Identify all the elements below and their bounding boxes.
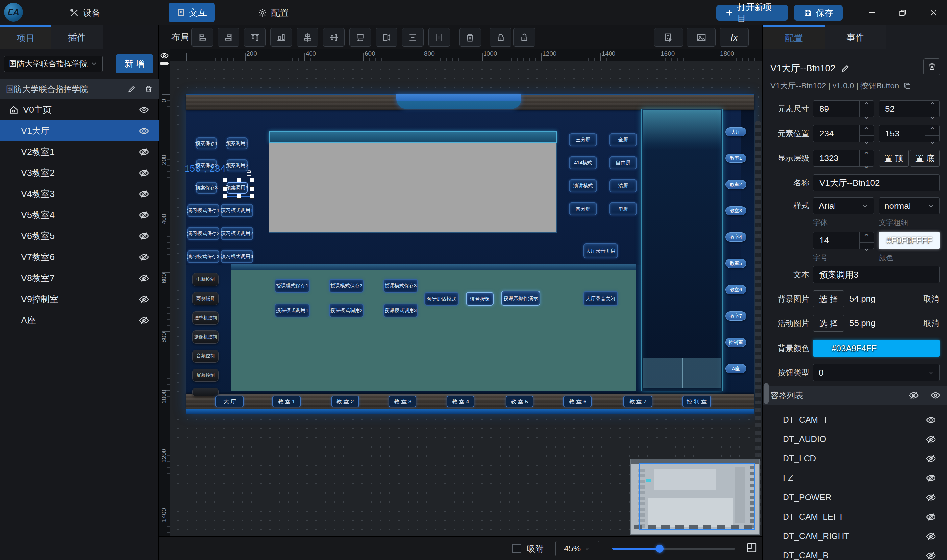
eye-off-icon[interactable] xyxy=(139,273,149,283)
design-button[interactable]: 教 室 4 xyxy=(447,395,474,408)
design-button[interactable]: 教 室 7 xyxy=(623,395,652,408)
design-button[interactable]: 三分屏 xyxy=(569,133,597,146)
align-bottom-button[interactable] xyxy=(270,28,292,47)
page-list-item[interactable]: A座 xyxy=(0,310,159,331)
save-button[interactable]: 保存 xyxy=(794,5,843,21)
design-button[interactable]: A座 xyxy=(725,364,746,373)
design-button[interactable]: 教室2 xyxy=(725,180,746,189)
pos-x-input[interactable]: 234 ⌃⌄ xyxy=(813,125,874,142)
handle-nw[interactable] xyxy=(223,178,227,182)
zoom-slider[interactable] xyxy=(613,548,735,550)
fx-button[interactable]: fx xyxy=(720,28,748,47)
page-list-item[interactable]: V0主页 xyxy=(0,99,159,120)
eye-off-icon[interactable] xyxy=(926,454,936,464)
design-button[interactable]: 预案保存1 xyxy=(196,137,217,149)
menu-interact[interactable]: 交互 xyxy=(169,3,215,22)
template-button[interactable] xyxy=(654,28,683,47)
stepper[interactable]: ⌃⌄ xyxy=(859,150,874,166)
design-button[interactable]: 演讲模式 xyxy=(569,179,597,192)
eye-off-icon[interactable] xyxy=(139,315,149,325)
design-button[interactable]: 教室5 xyxy=(725,259,746,268)
layer-input[interactable]: 1323 ⌃⌄ xyxy=(813,149,874,167)
design-button[interactable]: 音频控制 xyxy=(192,349,219,363)
design-button[interactable]: 全屏 xyxy=(609,133,637,146)
align-top-button[interactable] xyxy=(244,28,266,47)
align-right-button[interactable] xyxy=(218,28,239,47)
delete-icon[interactable] xyxy=(145,85,153,93)
size-height-input[interactable]: 52 ⌃⌄ xyxy=(879,100,940,117)
design-button[interactable]: 教室3 xyxy=(725,206,746,215)
button-type-select[interactable]: 0 xyxy=(813,364,940,381)
project-group-header[interactable]: 国防大学联合指挥学院 xyxy=(0,79,159,99)
ruler-handle[interactable] xyxy=(160,63,169,65)
container-list-item[interactable]: DT_CAM_LEFT xyxy=(763,507,947,526)
design-button[interactable]: 预案保存3 xyxy=(196,182,217,194)
container-list-item[interactable]: DT_CAM_B xyxy=(763,546,947,560)
design-button[interactable]: 摄像机控制 xyxy=(192,331,219,344)
container-list-item[interactable]: DT_CAM_RIGHT xyxy=(763,526,947,546)
handle-n[interactable] xyxy=(237,178,242,182)
page-list-item[interactable]: V7教室6 xyxy=(0,247,159,268)
design-button[interactable]: 授课模式保存3 xyxy=(383,279,418,293)
design-button[interactable]: 讲台授课 xyxy=(466,292,494,306)
same-height-button[interactable] xyxy=(376,28,397,47)
font-size-input[interactable]: 14 ⌃⌄ xyxy=(813,232,874,249)
page-list-item[interactable]: V6教室5 xyxy=(0,226,159,247)
design-button[interactable]: 授课模式调用1 xyxy=(275,303,310,317)
font-color-swatch[interactable]: #F0F8FFFF xyxy=(879,232,940,249)
design-button[interactable]: 演习模式保存1 xyxy=(188,204,219,217)
stepper[interactable]: ⌃⌄ xyxy=(859,101,874,117)
zoom-slider-thumb[interactable] xyxy=(656,545,664,553)
eye-icon[interactable] xyxy=(139,126,149,136)
design-button[interactable]: 授课席操作演示 xyxy=(501,291,540,306)
copy-icon[interactable] xyxy=(903,82,912,90)
design-button[interactable]: 预案调用2 xyxy=(226,160,248,171)
restore-button[interactable] xyxy=(894,6,911,19)
design-button[interactable]: 教 室 6 xyxy=(564,395,592,408)
tab-config[interactable]: 配置 xyxy=(763,25,825,49)
align-left-button[interactable] xyxy=(191,28,213,47)
container-list-item[interactable]: DT_CAM_T xyxy=(763,410,947,429)
design-button[interactable]: 授课模式调用2 xyxy=(329,303,364,317)
tab-events[interactable]: 事件 xyxy=(825,25,886,49)
eye-off-icon[interactable] xyxy=(139,189,149,199)
handle-s[interactable] xyxy=(237,194,242,198)
stepper[interactable]: ⌃⌄ xyxy=(859,125,874,142)
snap-checkbox[interactable] xyxy=(512,544,521,553)
design-button[interactable]: 教 室 1 xyxy=(273,395,301,408)
delete-element-button[interactable] xyxy=(923,58,941,75)
unlock-button[interactable] xyxy=(513,28,535,47)
container-list-item[interactable]: DT_AUDIO xyxy=(763,429,947,449)
add-page-button[interactable]: 新 增 xyxy=(116,54,153,73)
close-button[interactable] xyxy=(925,6,942,19)
project-select[interactable]: 国防大学联合指挥学院 xyxy=(4,55,103,72)
design-button[interactable]: 授课模式调用3 xyxy=(383,303,418,317)
design-button[interactable]: 演习模式保存3 xyxy=(188,250,219,263)
stepper[interactable]: ⌃⌄ xyxy=(925,125,939,142)
design-button[interactable]: 教 室 3 xyxy=(389,395,416,408)
inspector-scrollbar-thumb[interactable] xyxy=(764,383,769,404)
minimap-viewport[interactable] xyxy=(639,463,755,530)
distribute-h-button[interactable] xyxy=(402,28,423,47)
design-button[interactable]: 清屏 xyxy=(609,179,637,192)
zoom-select[interactable]: 45% xyxy=(555,541,599,556)
page-list-item[interactable]: V9控制室 xyxy=(0,289,159,310)
menu-device[interactable]: 设备 xyxy=(62,0,109,25)
distribute-v-button[interactable] xyxy=(428,28,450,47)
stepper[interactable]: ⌃⌄ xyxy=(859,232,874,249)
delete-element-button[interactable] xyxy=(459,28,481,47)
show-all-icon[interactable] xyxy=(930,390,941,400)
design-button[interactable]: 两侧辅屏 xyxy=(192,292,219,305)
page-list-item[interactable]: V3教室2 xyxy=(0,162,159,183)
handle-se[interactable] xyxy=(249,194,254,198)
design-button[interactable]: 大 厅 xyxy=(216,395,244,408)
eye-off-icon[interactable] xyxy=(926,551,936,560)
design-button[interactable]: 自由屏 xyxy=(609,156,637,169)
choose-bg-image-button[interactable]: 选 择 xyxy=(813,290,844,308)
page-list-item[interactable]: V4教室3 xyxy=(0,183,159,205)
pos-y-input[interactable]: 153 ⌃⌄ xyxy=(879,125,940,142)
unlock-icon[interactable] xyxy=(245,169,253,177)
design-button[interactable]: 教室7 xyxy=(725,311,746,321)
design-button[interactable]: 屏幕控制 xyxy=(192,369,219,382)
eye-off-icon[interactable] xyxy=(139,147,149,157)
